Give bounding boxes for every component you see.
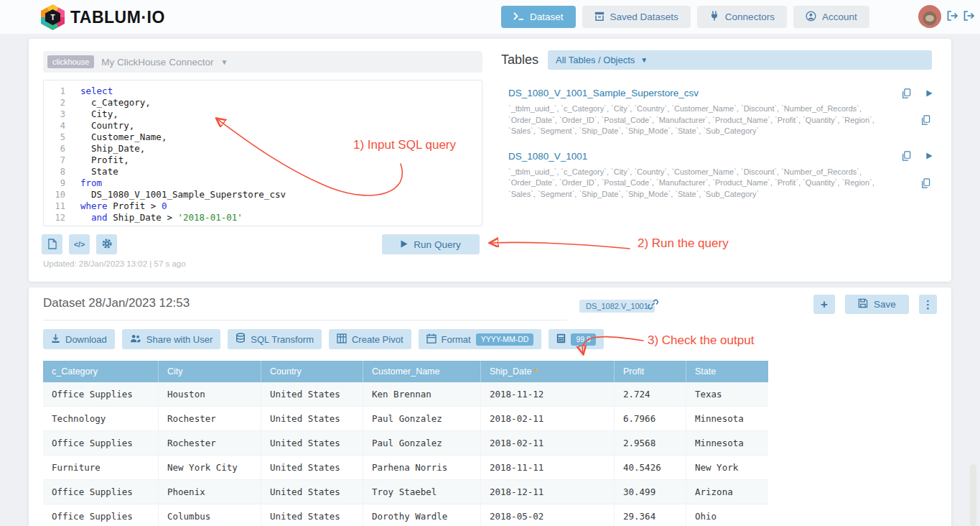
more-options-button[interactable]: ⋮: [919, 295, 937, 314]
sql-line[interactable]: from: [80, 177, 482, 189]
table-cell: United States: [261, 504, 363, 526]
table-cell: Parhena Norris: [363, 456, 480, 479]
table-cell: Dorothy Wardle: [363, 504, 480, 526]
nav-button-connectors[interactable]: Connectors: [697, 6, 787, 28]
dataset-title: Dataset 28/Jan/2023 12:53: [43, 296, 190, 310]
sql-line[interactable]: DS_1080_V_1001_Sample_Superstore_csv: [80, 189, 482, 200]
sql-line[interactable]: where Profit > 0: [80, 200, 482, 212]
play-icon[interactable]: [925, 89, 933, 98]
sql-gutter: 123456789101112: [44, 86, 71, 226]
play-icon[interactable]: [925, 152, 933, 160]
sql-line[interactable]: and Ship_Date > '2018-01-01': [80, 212, 482, 223]
table-cell: Columbus: [158, 504, 261, 526]
table-cell: Minnesota: [686, 407, 768, 430]
sql-code[interactable]: select c_Category, City, Country, Custom…: [71, 86, 482, 226]
copy-icon[interactable]: [902, 151, 911, 161]
table-cell: Troy Staebel: [363, 480, 480, 504]
save-button[interactable]: Save: [845, 295, 909, 314]
column-header-Customer_Name[interactable]: Customer_Name: [363, 361, 480, 382]
sql-line[interactable]: c_Category,: [80, 97, 482, 109]
table-row[interactable]: FurnitureNew York CityUnited StatesParhe…: [43, 456, 768, 480]
table-cell: 2018-05-02: [480, 504, 614, 526]
tables-filter-select[interactable]: All Tables / Objects ▼: [548, 50, 932, 70]
table-row[interactable]: Office SuppliesColumbusUnited StatesDoro…: [43, 504, 768, 526]
signout-icon[interactable]: [963, 11, 974, 24]
chevron-down-icon: ▼: [220, 58, 228, 66]
column-header-State[interactable]: State: [686, 361, 768, 382]
table-columns-text: `_tblm_uuid_`, `c_Category`, `City`, `Co…: [508, 103, 933, 137]
dataset-title-wrap: Dataset 28/Jan/2023 12:53: [43, 296, 567, 320]
nav-button-dataset[interactable]: Dataset: [501, 6, 576, 28]
line-number: 3: [44, 109, 65, 120]
tables-header: Tables All Tables / Objects ▼: [501, 50, 932, 70]
settings-button[interactable]: [96, 234, 117, 254]
download-button[interactable]: Download: [43, 329, 115, 349]
link-icon[interactable]: [647, 298, 659, 313]
table-cell: Minnesota: [686, 431, 768, 455]
table-row[interactable]: Office SuppliesRochesterUnited StatesPau…: [43, 431, 768, 456]
column-header-c_Category[interactable]: c_Category: [43, 361, 158, 382]
connector-type-badge: clickhouse: [47, 55, 94, 68]
table-cell: 2018-02-11: [480, 431, 614, 455]
table-cell: Arizona: [686, 480, 768, 504]
table-cell: United States: [261, 382, 363, 406]
nav-buttons: Dataset Saved Datasets Connectors Accoun…: [501, 6, 869, 28]
create-pivot-button[interactable]: Create Pivot: [329, 329, 411, 349]
sql-transform-button[interactable]: SQL Transform: [228, 329, 322, 349]
table-entry: DS_1080_V_1001`_tblm_uuid_`, `c_Category…: [508, 151, 933, 200]
tablum-logo-icon: T: [41, 4, 65, 30]
table-name-link[interactable]: DS_1080_V_1001: [508, 151, 587, 162]
nav-button-saved-datasets[interactable]: Saved Datasets: [582, 6, 691, 28]
share-button[interactable]: Share with User: [122, 329, 220, 349]
table-row[interactable]: Office SuppliesHoustonUnited StatesKen B…: [43, 382, 768, 407]
line-number: 1: [44, 86, 65, 97]
column-header-Ship_Date[interactable]: Ship_Date▴: [480, 361, 614, 382]
table-cell: Phoenix: [158, 480, 261, 504]
sql-line[interactable]: State: [80, 166, 482, 177]
table-name-link[interactable]: DS_1080_V_1001_Sample_Superstore_csv: [508, 88, 699, 98]
connector-select[interactable]: clickhouse My ClickHouse Connector ▼: [43, 51, 482, 73]
calendar-icon: [426, 333, 437, 346]
user-avatar[interactable]: [918, 5, 941, 28]
table-cell: 40.5426: [614, 456, 686, 479]
column-header-Profit[interactable]: Profit: [614, 361, 686, 382]
sql-line[interactable]: select: [80, 86, 482, 97]
play-icon: [401, 239, 408, 250]
sql-line[interactable]: Profit,: [80, 154, 482, 166]
logout-icon[interactable]: [947, 11, 958, 24]
copy-icon[interactable]: [902, 88, 911, 98]
line-number: 9: [44, 177, 65, 189]
line-number: 5: [44, 132, 65, 143]
table-row[interactable]: TechnologyRochesterUnited StatesPaul Gon…: [43, 407, 768, 431]
add-button[interactable]: +: [813, 295, 835, 314]
document-icon: [47, 239, 57, 251]
scrollbar-thumb[interactable]: [970, 464, 976, 526]
brand-logo[interactable]: T TABLUM·IO: [41, 4, 165, 30]
nav-button-account[interactable]: Account: [793, 6, 869, 28]
sql-editor[interactable]: 123456789101112 select c_Category, City,…: [43, 80, 482, 226]
table-cell: Rochester: [158, 431, 261, 455]
annotation-run-query: 2) Run the query: [638, 236, 729, 251]
column-header-Country[interactable]: Country: [261, 361, 363, 382]
last-updated-text: Updated: 28/Jan/2023 13:02 | 57 s ago: [43, 259, 186, 268]
terminal-icon: [513, 11, 524, 22]
run-query-button[interactable]: Run Query: [382, 234, 480, 254]
table-cell: New York City: [158, 456, 261, 479]
line-number: 10: [44, 189, 65, 200]
column-header-City[interactable]: City: [158, 361, 261, 382]
copy-columns-icon[interactable]: [921, 115, 930, 125]
table-row[interactable]: Office SuppliesPhoenixUnited StatesTroy …: [43, 480, 768, 504]
new-document-button[interactable]: [42, 234, 62, 254]
connector-name: My ClickHouse Connector: [101, 57, 213, 68]
table-cell: Paul Gonzalez: [363, 431, 480, 455]
sql-line[interactable]: City,: [80, 109, 482, 120]
format-button[interactable]: Format YYYY-MM-DD: [419, 329, 542, 349]
table-cell: 2018-11-11: [480, 456, 614, 479]
code-button[interactable]: </>: [69, 234, 90, 254]
sql-line[interactable]: Country,: [80, 120, 482, 132]
copy-columns-icon[interactable]: [921, 178, 930, 188]
precision-button[interactable]: 99.9: [549, 329, 603, 349]
table-cell: 29.364: [614, 504, 686, 526]
tables-list: DS_1080_V_1001_Sample_Superstore_csv`_tb…: [508, 88, 933, 213]
tables-title: Tables: [501, 52, 538, 68]
